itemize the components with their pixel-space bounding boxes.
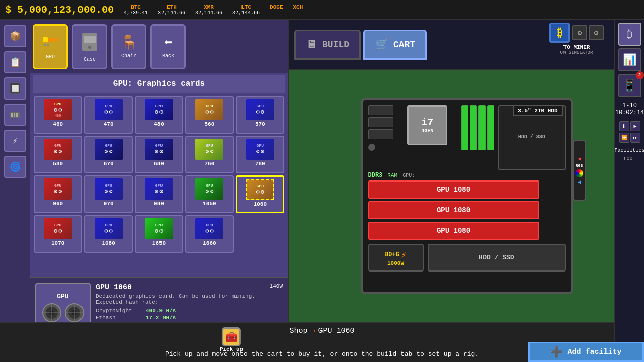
slot-2: [368, 117, 393, 127]
ddr-row: DDR3 RAM GPU:: [368, 172, 566, 179]
section-title: GPU: Graphics cards: [33, 75, 285, 93]
gpu-bar-2: GPU 1080: [368, 201, 539, 219]
gpu-section: GPU: Graphics cards GPU ⚙⚙ 460 460: [30, 73, 288, 277]
svg-rect-9: [47, 44, 49, 46]
hdd-top-label: 3.5" 2TB HDD: [513, 105, 562, 116]
breadcrumb-arrow: →: [310, 326, 316, 336]
ram-slots: [461, 105, 494, 170]
gpu-card-580[interactable]: GPU ⚙⚙ 580: [34, 136, 82, 173]
nav-power-icon[interactable]: ⚡: [4, 130, 26, 152]
tab-chair[interactable]: 🪑 Chair: [111, 24, 146, 69]
nav-fan-icon[interactable]: 🌀: [4, 156, 26, 178]
svg-rect-8: [44, 44, 46, 46]
gpu-card-760[interactable]: GPU ⚙⚙ 760: [185, 136, 233, 173]
logo-b-icon: ₿: [549, 23, 570, 43]
facilities-label: Facilities: [615, 148, 645, 153]
gpu-card-570[interactable]: GPU ⚙⚙ 570: [236, 96, 284, 134]
pickup-area[interactable]: 🧰 Pick up: [220, 327, 243, 352]
gpu-name: GPU 1060: [96, 283, 283, 292]
right-panel: 🖥 BUILD 🛒 CART ✕ ₿ ⚙ ⚙ TO MINER ON SIMUL…: [289, 20, 644, 362]
tab-gpu[interactable]: GPU: [33, 24, 68, 69]
gpu-slot-label: GPU:: [403, 173, 415, 178]
nav-cube-icon[interactable]: 📦: [4, 25, 26, 47]
gpu-card-560[interactable]: GPU ⚙⚙ 560: [185, 96, 233, 134]
case-tab-label: Case: [84, 57, 96, 62]
play-button[interactable]: ▶: [630, 121, 640, 131]
add-facility-label: Add facility: [567, 348, 621, 356]
breadcrumb-shop: Shop: [290, 327, 308, 335]
nav-ram-icon[interactable]: [4, 104, 26, 126]
gpu-bar-3: GPU 1080: [368, 222, 539, 240]
gpu-tab-label: GPU: [46, 54, 55, 60]
gpu-card-1050[interactable]: GPU ⚙⚙ 1050: [185, 175, 233, 213]
gpu-card-960[interactable]: GPU ⚙⚙ 960: [34, 175, 82, 213]
speed-row-2: ⏩ ⏭: [619, 133, 640, 143]
svg-rect-5: [43, 37, 48, 42]
logo-subtitle: ON SIMULATOR: [560, 50, 593, 55]
gpu-card-1650[interactable]: GPU ⚙⚙ 1650: [135, 215, 183, 253]
gpu-card-670[interactable]: GPU ⚙⚙ 670: [84, 136, 132, 173]
pc-case: 3.5" 2TB HDD: [361, 98, 573, 294]
gpu-bars: GPU 1080 GPU 1080 GPU 1080: [368, 180, 566, 240]
add-facility-plus-icon: ➕: [550, 346, 563, 358]
back-tab-icon: ⬅: [164, 34, 173, 51]
gpu-card-1060[interactable]: GPU ⚙⚙ 1060: [236, 175, 284, 213]
speed-controls: ⏸ ▶ ⏩ ⏭: [619, 121, 640, 143]
left-panel: 📦 📋 🔲 ⚡ 🌀: [0, 20, 289, 362]
nav-list-icon[interactable]: 📋: [4, 51, 26, 73]
svg-rect-1: [11, 113, 13, 117]
nav-chip-icon[interactable]: 🔲: [4, 77, 26, 100]
gpu-card-460[interactable]: GPU ⚙⚙ 460 460: [34, 96, 82, 134]
gpu-card-1080[interactable]: GPU ⚙⚙ 1080: [84, 215, 132, 253]
nav-icons: 📦 📋 🔲 ⚡ 🌀: [0, 20, 30, 362]
room-label: room: [623, 156, 635, 161]
right-topbar: 🖥 BUILD 🛒 CART ✕ ₿ ⚙ ⚙ TO MINER ON SIMUL…: [289, 20, 644, 70]
hash-row-cryptonight: CryptoNight 400.9 H/s: [96, 308, 283, 314]
svg-rect-2: [14, 113, 15, 117]
ram-label: RAM: [387, 172, 397, 178]
side-phone-icon[interactable]: 📱 2: [618, 74, 641, 97]
crypto-eth: ETH 32,144.66: [158, 4, 185, 16]
gpu-tab-icon: [40, 33, 60, 52]
pc-left-slots: [368, 105, 393, 170]
svg-point-7: [53, 38, 57, 42]
ram-slot-1: [461, 105, 468, 150]
tab-back[interactable]: ⬅ Back: [150, 24, 186, 69]
hdd2-area: HDD / SSD: [428, 244, 566, 272]
add-facility-button[interactable]: ➕ Add facility: [528, 342, 644, 362]
logo-icon-2: ⚙: [589, 25, 604, 40]
side-chart-icon[interactable]: 📊: [618, 70, 641, 71]
tab-cart[interactable]: 🛒 CART: [363, 30, 427, 60]
case-tab-icon: [79, 31, 100, 55]
tab-case[interactable]: Case: [72, 24, 107, 69]
pc-display: 3.5" 2TB HDD: [289, 70, 644, 322]
speed-row-1: ⏸ ▶: [619, 121, 640, 131]
svg-point-12: [88, 46, 91, 49]
gpu-card-680[interactable]: GPU ⚙⚙ 680: [135, 136, 183, 173]
gpu-card-980[interactable]: GPU ⚙⚙ 980: [135, 175, 183, 213]
breadcrumb: Shop → GPU 1060: [290, 326, 355, 336]
fast-forward-button[interactable]: ⏩: [619, 133, 629, 143]
build-cart-area: 3.5" 2TB HDD: [289, 70, 644, 362]
gpu-card-470[interactable]: GPU ⚙⚙ 470: [84, 96, 132, 134]
balance-display: $ 5,000,123,000.00: [5, 4, 114, 16]
gpu-card-1070[interactable]: GPU ⚙⚙ 1070: [34, 215, 82, 253]
pc-indicator: [368, 144, 375, 151]
faster-button[interactable]: ⏭: [630, 133, 640, 143]
cpu-chip: i7 4GEN: [407, 105, 447, 145]
ddr-label: DDR3: [368, 172, 383, 179]
notification-badge: 2: [636, 71, 644, 79]
pickup-instruction: Pick up and move onto the cart to buy it…: [165, 350, 479, 358]
pause-button[interactable]: ⏸: [619, 121, 629, 131]
cart-label: CART: [393, 40, 415, 50]
psu-unit: 80+G ⚡ 1000W: [368, 244, 424, 272]
time-display: 1-10 10:02:14: [615, 102, 644, 116]
crypto-ltc: LTC 32,144.66: [232, 4, 260, 16]
gpu-card-1660[interactable]: GPU ⚙⚙ 1660: [185, 215, 233, 253]
gpu-card-780[interactable]: GPU ⚙⚙ 780: [236, 136, 284, 173]
gpu-card-480[interactable]: GPU ⚙⚙ 480: [135, 96, 183, 134]
tab-build[interactable]: 🖥 BUILD: [294, 30, 361, 60]
main-area: 📦 📋 🔲 ⚡ 🌀: [0, 20, 644, 362]
gpu-card-970[interactable]: GPU ⚙⚙ 970: [84, 175, 132, 213]
ram-slot-2: [470, 105, 477, 150]
